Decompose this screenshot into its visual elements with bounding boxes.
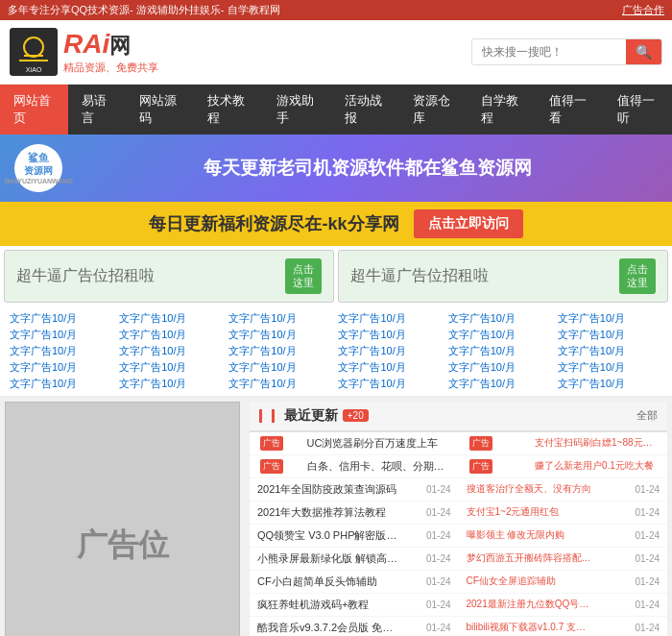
ad-banner-1-text: 超牛逼广告位招租啦 — [16, 266, 155, 286]
list-item-title[interactable]: 2021年大数据推荐算法教程 — [257, 505, 401, 520]
text-ad-link[interactable]: 文字广告10/月 — [10, 344, 114, 358]
list-item: 支付宝1~2元通用红包01-24 — [459, 501, 668, 525]
text-ad-link[interactable]: 文字广告10/月 — [338, 360, 443, 375]
text-ad-link[interactable]: 文字广告10/月 — [228, 328, 333, 342]
text-ad-link[interactable]: 文字广告10/月 — [119, 360, 224, 375]
list-item-tag: 广告 — [469, 436, 492, 451]
text-ad-link[interactable]: 文字广告10/月 — [338, 311, 443, 326]
list-item-date: 01-24 — [635, 530, 660, 541]
list-item-title[interactable]: 梦幻西游五开搬砖阵容搭配分享 — [467, 551, 591, 565]
list-item-title[interactable]: 支付宝1~2元通用红包 — [467, 505, 591, 519]
logo-suffix: 网 — [109, 32, 131, 61]
sidebar-ad-text: 广告位 — [77, 525, 169, 567]
ad-banner-2-btn[interactable]: 点击这里 — [619, 258, 656, 294]
nav-item-home[interactable]: 网站首页 — [0, 85, 68, 135]
banner2[interactable]: 每日更新福利资源尽在-kk分享网 点击立即访问 — [0, 202, 672, 246]
list-item-date: 01-24 — [426, 599, 451, 610]
text-ad-link[interactable]: 文字广告10/月 — [228, 311, 333, 326]
text-ad-link[interactable]: 文字广告10/月 — [558, 311, 662, 326]
list-item-title[interactable]: 疯狂养蛙机游戏码+教程 — [257, 598, 401, 612]
ad-banner-1-btn[interactable]: 点击这里 — [285, 258, 322, 294]
list-item-title[interactable]: CF仙女全屏追踪辅助 — [467, 575, 591, 588]
text-ad-link[interactable]: 文字广告10/月 — [10, 311, 114, 326]
nav-item-worth-listen[interactable]: 值得一听 — [604, 85, 672, 135]
text-ad-link[interactable]: 文字广告10/月 — [338, 344, 443, 358]
logo-brand: RAi — [63, 29, 109, 60]
text-ad-link[interactable]: 文字广告10/月 — [338, 377, 443, 391]
ad-banner-2[interactable]: 超牛逼广告位招租啦 点击这里 — [338, 250, 668, 303]
search-button[interactable]: 🔍 — [626, 39, 661, 64]
ad-banners: 超牛逼广告位招租啦 点击这里 超牛逼广告位招租啦 点击这里 — [0, 246, 672, 306]
list-item: 2021年大数据推荐算法教程01-24 — [250, 501, 459, 525]
list-item-date: 01-24 — [635, 553, 660, 564]
text-ad-link[interactable]: 文字广告10/月 — [448, 328, 553, 342]
list-item-title[interactable]: 搜道客治疗全额天、没有方向 — [467, 482, 591, 496]
list-item-title[interactable]: 2021最新注册九位数QQ号教程 — [467, 598, 591, 611]
left-sidebar: 广告位 查死你的彩票 加入QQ群 — [5, 402, 240, 636]
banner2-text: 每日更新福利资源尽在-kk分享网 — [149, 212, 398, 235]
list-item-date: 01-24 — [426, 530, 451, 541]
text-ad-link[interactable]: 文字广告10/月 — [228, 344, 333, 358]
search-input[interactable] — [472, 40, 626, 63]
text-ad-link[interactable]: 文字广告10/月 — [558, 360, 662, 375]
list-item-title[interactable]: 赚了么新老用户0.1元吃大餐 — [535, 459, 660, 473]
list-item-date: 01-24 — [426, 623, 451, 633]
nav-item-game[interactable]: 游戏助手 — [263, 85, 331, 135]
list-item-title[interactable]: QQ领赞宝 V3.0 PHP解密版源码 — [257, 528, 401, 543]
nav-item-source[interactable]: 网站源码 — [126, 85, 194, 135]
list-item-tag: 广告 — [260, 459, 283, 474]
nav-item-activity[interactable]: 活动战报 — [331, 85, 399, 135]
list-item-date: 01-24 — [635, 623, 660, 633]
list-item-title[interactable]: bilibili视频下载器v1.0.7 支持4K超清 — [467, 621, 591, 634]
text-ad-link[interactable]: 文字广告10/月 — [119, 344, 224, 358]
text-ad-link[interactable]: 文字广告10/月 — [228, 377, 333, 391]
svg-text:XIAO: XIAO — [26, 66, 42, 73]
text-ad-link[interactable]: 文字广告10/月 — [10, 360, 114, 375]
section-more[interactable]: +20 — [343, 409, 369, 422]
text-ad-link[interactable]: 文字广告10/月 — [119, 311, 224, 326]
text-ad-link[interactable]: 文字广告10/月 — [338, 328, 443, 342]
text-ad-link[interactable]: 文字广告10/月 — [448, 377, 553, 391]
text-ad-link[interactable]: 文字广告10/月 — [448, 311, 553, 326]
top-bar-left: 多年专注分享QQ技术资源- 游戏辅助外挂娱乐- 自学教程网 — [8, 3, 280, 17]
nav-item-selfstudy[interactable]: 自学教程 — [468, 85, 536, 135]
text-ad-link[interactable]: 文字广告10/月 — [119, 328, 224, 342]
list-item-date: 01-24 — [426, 507, 451, 518]
nav-item-yiyu[interactable]: 易语言 — [68, 85, 126, 135]
ad-banner-2-text: 超牛逼广告位招租啦 — [350, 266, 489, 286]
list-item-date: 01-24 — [635, 507, 660, 518]
svg-rect-2 — [24, 55, 43, 57]
list-item: 搜道客治疗全额天、没有方向01-24 — [459, 478, 668, 501]
text-ad-link[interactable]: 文字广告10/月 — [558, 344, 662, 358]
text-ad-link[interactable]: 文字广告10/月 — [558, 377, 662, 391]
list-item-title[interactable]: 2021年全国防疫政策查询源码 — [257, 482, 401, 497]
list-item: 酷我音乐v9.3.7.2会员版 免费下载音乐01-24 — [250, 617, 459, 636]
text-ad-link[interactable]: 文字广告10/月 — [10, 377, 114, 391]
text-ad-link[interactable]: 文字广告10/月 — [448, 344, 553, 358]
list-item: CF仙女全屏追踪辅助01-24 — [459, 571, 668, 594]
list-item-title[interactable]: CF小白超简单反头饰辅助 — [257, 575, 401, 589]
list-item-title[interactable]: 小熊录屏最新绿化版 解锁高级会员 — [257, 551, 401, 566]
list-item-date: 01-24 — [635, 576, 660, 587]
list-item-title[interactable]: 白条、信用卡、花呗、分期乐套现 — [307, 459, 451, 474]
top-bar-right[interactable]: 广告合作 — [622, 3, 664, 17]
list-item: 梦幻西游五开搬砖阵容搭配分享01-24 — [459, 548, 668, 571]
text-ad-link[interactable]: 文字广告10/月 — [448, 360, 553, 375]
text-ad-link[interactable]: 文字广告10/月 — [10, 328, 114, 342]
nav-item-tutorial[interactable]: 技术教程 — [194, 85, 262, 135]
nav-item-resources[interactable]: 资源仓库 — [399, 85, 468, 135]
text-ad-link[interactable]: 文字广告10/月 — [558, 328, 662, 342]
list-item-title[interactable]: 支付宝扫码刷白嫖1~88元红包 — [535, 436, 660, 450]
text-ad-link[interactable]: 文字广告10/月 — [228, 360, 333, 375]
list-item-title[interactable]: 酷我音乐v9.3.7.2会员版 免费下载音乐 — [257, 621, 401, 635]
banner1[interactable]: 鲨鱼 资源网 SHAYUZIYUANWANG 每天更新老司机资源软件都在鲨鱼资源… — [0, 135, 672, 202]
banner2-btn[interactable]: 点击立即访问 — [414, 209, 523, 238]
nav-item-worth-read[interactable]: 值得一看 — [536, 85, 604, 135]
list-item: 小熊录屏最新绿化版 解锁高级会员01-24 — [250, 548, 459, 571]
ad-banner-1[interactable]: 超牛逼广告位招租啦 点击这里 — [4, 250, 334, 303]
list-item: 曝影领主 修改无限内购01-24 — [459, 525, 668, 548]
section-all[interactable]: 全部 — [636, 408, 658, 423]
text-ad-link[interactable]: 文字广告10/月 — [119, 377, 224, 391]
list-item-title[interactable]: UC浏览器刷分百万速度上车 — [307, 436, 451, 451]
list-item-title[interactable]: 曝影领主 修改无限内购 — [467, 528, 591, 542]
